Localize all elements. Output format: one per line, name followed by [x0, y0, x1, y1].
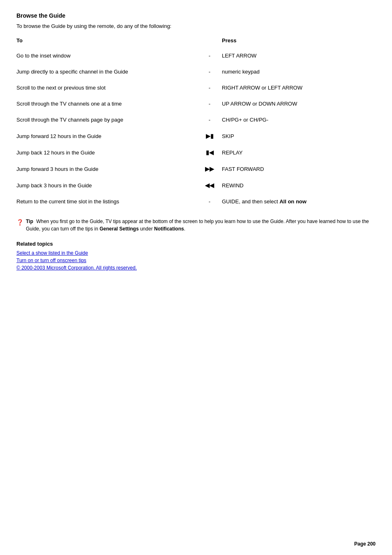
row-sep: ▶▶: [197, 166, 222, 172]
row-key: RIGHT ARROW or LEFT ARROW: [222, 85, 376, 91]
row-key: SKIP: [222, 133, 376, 139]
table-row: Jump forward 3 hours in the Guide ▶▶ FAS…: [16, 161, 376, 177]
row-action: Jump directly to a specific channel in t…: [16, 69, 197, 75]
row-key: CH/PG+ or CH/PG-: [222, 117, 376, 123]
row-key: UP ARROW or DOWN ARROW: [222, 101, 376, 107]
row-action: Jump back 12 hours in the Guide: [16, 150, 197, 156]
col-sep-header: [197, 37, 222, 44]
table-row: Scroll through the TV channels one at a …: [16, 96, 376, 112]
row-sep: -: [197, 101, 222, 107]
row-sep: ◀◀: [197, 182, 222, 189]
row-action: Jump forward 12 hours in the Guide: [16, 133, 197, 139]
tip-content: Tip When you first go to the Guide, TV t…: [26, 218, 376, 233]
col-press-header: Press: [222, 37, 376, 44]
tip-text: When you first go to the Guide, TV tips …: [26, 219, 369, 232]
row-key: GUIDE, and then select All on now: [222, 198, 376, 205]
row-action: Scroll through the TV channels page by p…: [16, 117, 197, 123]
row-action: Jump back 3 hours in the Guide: [16, 182, 197, 189]
row-action: Go to the inset window: [16, 53, 197, 59]
col-to-header: To: [16, 37, 197, 44]
table-row: Scroll to the next or previous time slot…: [16, 80, 376, 96]
table-row: Jump directly to a specific channel in t…: [16, 64, 376, 80]
table-row: Scroll through the TV channels page by p…: [16, 112, 376, 128]
row-sep: -: [197, 53, 222, 59]
related-link-copyright[interactable]: © 2000-2003 Microsoft Corporation. All r…: [16, 265, 376, 271]
row-action: Return to the current time slot in the l…: [16, 198, 197, 205]
table-row: Jump back 3 hours in the Guide ◀◀ REWIND: [16, 177, 376, 193]
row-sep: -: [197, 198, 222, 205]
related-topics: Related topics Select a show listed in t…: [16, 241, 376, 271]
row-key: numeric keypad: [222, 69, 376, 75]
guide-table: To Press Go to the inset window - LEFT A…: [16, 37, 376, 210]
intro-text: To browse the Guide by using the remote,…: [16, 23, 376, 29]
row-key: REWIND: [222, 182, 376, 189]
row-sep: ▶▮: [197, 133, 222, 139]
tip-box: ❓ Tip When you first go to the Guide, TV…: [16, 218, 376, 233]
related-link-2[interactable]: Turn on or turn off onscreen tips: [16, 258, 376, 263]
row-action: Scroll through the TV channels one at a …: [16, 101, 197, 107]
table-header: To Press: [16, 37, 376, 44]
tip-label: Tip: [26, 219, 33, 224]
table-row: Return to the current time slot in the l…: [16, 193, 376, 210]
table-row: Jump forward 12 hours in the Guide ▶▮ SK…: [16, 128, 376, 144]
row-sep: -: [197, 85, 222, 91]
page-title: Browse the Guide: [16, 12, 376, 19]
table-row: Jump back 12 hours in the Guide ▮◀ REPLA…: [16, 144, 376, 161]
row-sep: ▮◀: [197, 149, 222, 156]
row-sep: -: [197, 69, 222, 75]
page-number: Page 200: [354, 541, 376, 547]
row-key: LEFT ARROW: [222, 53, 376, 59]
tip-icon: ❓: [16, 218, 23, 227]
row-action: Scroll to the next or previous time slot: [16, 85, 197, 91]
related-link-1[interactable]: Select a show listed in the Guide: [16, 250, 376, 256]
related-topics-heading: Related topics: [16, 241, 376, 247]
row-key: FAST FORWARD: [222, 166, 376, 172]
table-row: Go to the inset window - LEFT ARROW: [16, 48, 376, 64]
row-sep: -: [197, 117, 222, 123]
row-key: REPLAY: [222, 150, 376, 156]
row-action: Jump forward 3 hours in the Guide: [16, 166, 197, 172]
